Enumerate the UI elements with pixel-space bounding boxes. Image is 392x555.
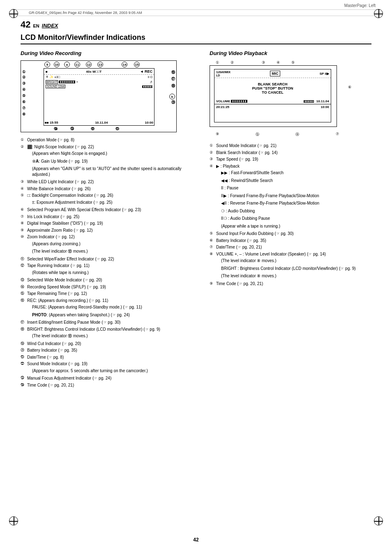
list-item-sub: (The level indicator ⑱ moves.) xyxy=(21,333,197,340)
pb-diagram-container: ①②③④⑤ 12bit/MIX LD MIC xyxy=(210,60,345,137)
main-content: 42 EN INDEX LCD Monitor/Viewfinder Indic… xyxy=(0,16,392,397)
list-item-sub: (The level indicator ⑱ moves.) xyxy=(21,249,197,255)
list-item-sub: (Appears during zooming.) xyxy=(21,241,197,248)
lcd-row2: ⚘ ✨ ±3□ II O xyxy=(44,75,154,79)
lcd-zoom: 40x W□□T xyxy=(86,70,101,74)
lcd-tape-counter: ■■ 15:55 xyxy=(45,121,58,124)
list-item: ㉒Sound Mode Indicator (☞ pg. 19) xyxy=(21,361,197,367)
list-item: ⑧Digital Image Stabiliser ("DIS") (☞ pg.… xyxy=(21,221,197,226)
list-item: ⑤Sound Input For Audio Dubbing (☞ pg. 30… xyxy=(210,231,371,237)
callout-9: 9 xyxy=(44,62,50,67)
lcd-rec-pause: II O xyxy=(148,76,152,78)
pb-timecode-right: 10:00 xyxy=(321,105,329,109)
lcd-sound-bar xyxy=(142,85,152,88)
lcd-bottom-bar: ■■ 15:55 10.11.04 10:00 xyxy=(45,121,153,124)
list-item: ⑨Time Code (☞ pg. 20, 21) xyxy=(210,281,371,287)
col-left: During Video Recording 9 10 a 11 12 13 1… xyxy=(21,50,197,389)
list-item-sub: ◀◀ : Rewind/Shuttle Search xyxy=(210,178,371,184)
callout-pb-7: ⑦ xyxy=(336,132,339,137)
callout-pb-a: ⓐ xyxy=(295,132,299,137)
pb-top-callouts: ①②③④⑤ xyxy=(210,60,345,64)
callout-a: a xyxy=(64,62,70,67)
list-item: ⑪Selected Wipe/Fader Effect Indicator (☞… xyxy=(21,256,197,262)
list-item: ⑭Recording Speed Mode (SP/LP) (☞ pg. 19) xyxy=(21,284,197,290)
list-item: ④White Balance Indicator (☞ pg. 26) xyxy=(21,186,197,192)
callout-4: ④ xyxy=(22,88,25,92)
callout-15: 15 xyxy=(134,62,140,67)
pb-bottom-callouts: ⑨ ⓑ ⓐ ⑦ xyxy=(210,132,345,137)
list-item-sub: II : Pause xyxy=(210,185,371,192)
lcd-sound: SOUND 12bit xyxy=(46,85,65,88)
list-item: ⑤□: Backlight Compensation Indicator (☞ … xyxy=(21,193,197,198)
page-title-row: 42 EN INDEX xyxy=(21,19,371,30)
pb-push-stop: PUSH "STOP" BUTTON xyxy=(252,86,293,90)
callout-23: ㉓ xyxy=(70,127,74,131)
pb-volume-label: VOLUME xyxy=(216,99,230,103)
list-item-sub: ◀II : Reverse Frame-By-Frame Playback/Sl… xyxy=(210,200,371,207)
section2-heading: During Video Playback xyxy=(210,50,371,56)
lcd-time: 10:00 xyxy=(145,121,153,124)
lcd-rec: ◄ REC xyxy=(140,69,152,74)
list-item-sub: (Appears for approx. 5 seconds after tur… xyxy=(21,368,197,375)
list-item: ㉓Manual Focus Adjustment Indicator (☞ pg… xyxy=(21,375,197,381)
list-item-sub: ☆A: Gain Up Mode (☞ pg. 19) xyxy=(21,159,197,165)
list-item: ⑰Insert Editing/Insert Editing Pause Mod… xyxy=(21,320,197,325)
pb-12bit: 12bit/MIX xyxy=(216,70,231,74)
reg-mark-tr xyxy=(374,9,383,18)
pb-time-right: 10.11.04 xyxy=(316,99,329,103)
pb-screen-diagram: 12bit/MIX LD MIC SP II▶ xyxy=(210,65,337,127)
list-item: ②Blank Search Indicator (☞ pg. 14) xyxy=(210,150,371,156)
lcd-bright-label: BRIGHT xyxy=(46,80,58,84)
list-item-sub: BRIGHT : Brightness Control Indicator (L… xyxy=(210,266,371,272)
lcd-icons-left: ⚘ ✨ ±3□ xyxy=(46,75,60,79)
pb-mic-area: MIC xyxy=(270,71,280,76)
pb-row1: 12bit/MIX LD MIC SP II▶ xyxy=(214,69,331,78)
list-item: ①Sound Mode Indicator (☞ pg. 21) xyxy=(210,143,371,149)
list-item: ⑬Selected Wide Mode Indicator (☞ pg. 20) xyxy=(21,277,197,283)
lcd-op-mode: ■ xyxy=(46,70,48,74)
list-item: ④▶ : Playback xyxy=(210,164,371,169)
pb-volume-row: VOLUME 10.11.04 xyxy=(214,99,331,104)
file-info: GR-D54EX_09Spec.fm Page 42 Friday, Novem… xyxy=(12,9,380,16)
callout-6: ⑥ xyxy=(22,100,25,104)
list-item: ⑳Battery Indicator (☞ pg. 35) xyxy=(21,348,197,353)
index-label: INDEX xyxy=(42,23,58,29)
list-item: ⑯REC: (Appears during recording.) (☞ pg.… xyxy=(21,298,197,304)
pb-row1-left: 12bit/MIX LD xyxy=(216,70,231,77)
recording-desc-list: ①Operation Mode (☞ pg. 8) ②⬛: Night-Scop… xyxy=(21,137,197,388)
callout-pb-9: ⑨ xyxy=(216,132,219,137)
pb-to-cancel: TO CANCEL xyxy=(252,90,293,94)
callout-16: ⑯ xyxy=(171,70,175,75)
col-right: During Video Playback ①②③④⑤ 12bit/MIX xyxy=(210,50,371,288)
lcd-plus: + xyxy=(76,80,78,84)
list-item: ⑥Battery Indicator (☞ pg. 35) xyxy=(210,238,371,244)
callout-1: ① xyxy=(22,70,25,74)
callout-5: ⑤ xyxy=(22,94,25,98)
list-item: ②⬛: Night-Scope Indicator (☞ pg. 22) xyxy=(21,144,197,150)
list-item: ㉔Time Code (☞ pg. 20, 21) xyxy=(21,382,197,388)
list-item: ⑮Tape Remaining Time (☞ pg. 12) xyxy=(21,291,197,297)
pb-right-indicator xyxy=(304,100,314,103)
list-item: ⑦Date/Time (☞ pg. 20, 21) xyxy=(210,244,371,250)
list-item-sub: (The level indicator ⑧ moves.) xyxy=(210,258,371,265)
callout-3: ③ xyxy=(22,81,25,85)
callout-7: ⑦ xyxy=(22,106,25,110)
list-item-sub: II▶ : Forward Frame-By-Frame Playback/Sl… xyxy=(210,193,371,200)
playback-desc-list: ①Sound Mode Indicator (☞ pg. 21) ②Blank … xyxy=(210,143,371,286)
pb-blank-search: BLANK SEARCH xyxy=(252,82,293,86)
list-item-sub: (Appear while a tape is running.) xyxy=(210,223,371,230)
list-item: ⑥Selected Program AE With Special Effect… xyxy=(21,207,197,213)
list-item-sub: (Rotates while tape is running.) xyxy=(21,270,197,276)
bottom-page-number: 42 xyxy=(193,537,198,543)
list-item: ⑦Iris Lock Indicator (☞ pg. 25) xyxy=(21,214,197,220)
callout-20-side: ⑳ xyxy=(171,100,175,105)
pb-bottom-bar: 20:21:25 10:00 xyxy=(214,104,331,110)
list-item: ⑫Tape Running Indicator (☞ pg. 11) xyxy=(21,263,197,269)
list-item: ⑨Approximate Zoom Ratio (☞ pg. 12) xyxy=(21,228,197,233)
list-item: ③White LED Light Indicator (☞ pg. 22) xyxy=(21,179,197,185)
callout-21: ㉑ xyxy=(115,127,119,131)
pb-timecode-left: 20:21:25 xyxy=(216,105,229,109)
callout-12: 12 xyxy=(86,62,92,67)
two-column-layout: During Video Recording 9 10 a 11 12 13 1… xyxy=(21,50,371,389)
lcd-audio-icon: ♬ xyxy=(150,80,152,84)
